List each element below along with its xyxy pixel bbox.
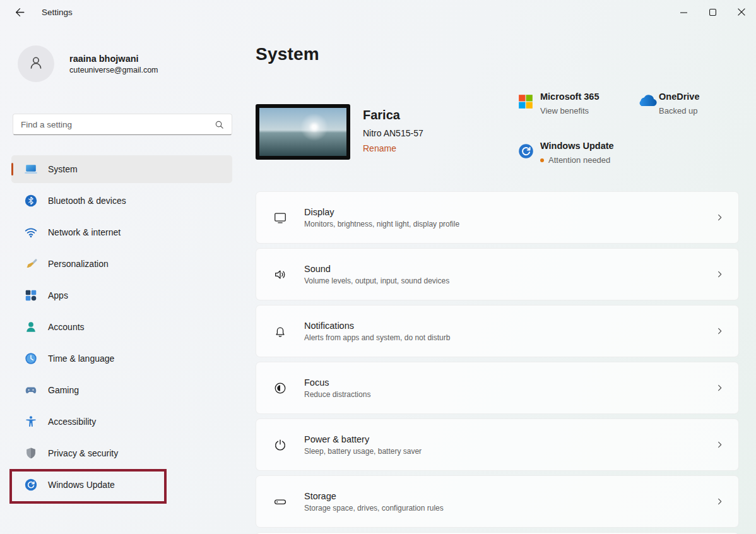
sidebar-item-accessibility[interactable]: Accessibility	[11, 408, 232, 436]
minimize-icon	[680, 8, 687, 18]
search-icon	[215, 120, 224, 129]
device-name: Farica	[363, 108, 423, 122]
window-title: Settings	[42, 8, 73, 17]
sidebar-item-label: Accounts	[48, 322, 85, 332]
sidebar-item-personalization[interactable]: Personalization	[11, 250, 232, 278]
onedrive-status: Backed up	[659, 106, 699, 116]
shield-icon	[24, 446, 38, 460]
sidebar-item-privacy-security[interactable]: Privacy & security	[11, 439, 232, 467]
onedrive-title: OneDrive	[659, 92, 699, 102]
view-benefits-link[interactable]: View benefits	[540, 106, 599, 116]
microsoft-logo-icon	[517, 92, 540, 116]
ms365-title: Microsoft 365	[540, 92, 599, 102]
chevron-right-icon	[715, 270, 724, 279]
system-icon	[24, 162, 38, 176]
search-box	[13, 114, 232, 135]
windows-update-icon	[517, 141, 540, 165]
page-title: System	[256, 44, 319, 64]
sidebar-item-label: Windows Update	[48, 480, 115, 490]
settings-row-focus[interactable]: Focus Reduce distractions	[256, 362, 739, 414]
sidebar-item-label: System	[48, 164, 78, 174]
person-icon	[27, 54, 45, 74]
display-icon	[256, 211, 304, 225]
sound-icon	[256, 268, 304, 282]
avatar	[18, 45, 54, 82]
maximize-icon	[709, 8, 716, 18]
windows-update-card[interactable]: Windows Update Attention needed	[517, 141, 614, 165]
minimize-button[interactable]	[669, 0, 698, 25]
sidebar-item-label: Apps	[48, 290, 68, 300]
brush-icon	[24, 257, 38, 271]
close-icon	[738, 8, 745, 18]
attention-dot	[540, 158, 544, 162]
onedrive-cloud-icon	[636, 92, 659, 116]
sidebar-item-label: Bluetooth & devices	[48, 196, 126, 206]
settings-row-storage[interactable]: Storage Storage space, drives, configura…	[256, 475, 739, 528]
back-button[interactable]	[9, 4, 30, 22]
rename-link[interactable]: Rename	[363, 143, 396, 153]
gamepad-icon	[24, 383, 38, 397]
sidebar-nav: System Bluetooth & devices Network & int…	[11, 155, 232, 502]
sidebar-item-label: Time & language	[48, 353, 114, 364]
titlebar: Settings	[0, 0, 756, 25]
windows-update-icon	[24, 478, 38, 492]
maximize-button[interactable]	[698, 0, 727, 25]
accessibility-icon	[24, 415, 38, 429]
search-input[interactable]	[13, 120, 215, 129]
onedrive-card[interactable]: OneDrive Backed up	[636, 92, 699, 116]
accounts-icon	[24, 320, 38, 334]
sidebar-item-label: Privacy & security	[48, 448, 118, 458]
settings-row-sound[interactable]: Sound Volume levels, output, input, soun…	[256, 248, 739, 300]
sidebar-item-apps[interactable]: Apps	[11, 282, 232, 309]
sidebar-item-label: Personalization	[48, 259, 109, 269]
sidebar-item-label: Network & internet	[48, 227, 121, 237]
user-profile[interactable]: raaina bhojwani cuteuniverse@gmail.com	[18, 45, 158, 82]
settings-list: Display Monitors, brightness, night ligh…	[256, 191, 739, 534]
chevron-right-icon	[715, 326, 724, 336]
back-arrow-icon	[15, 7, 25, 20]
settings-row-notifications[interactable]: Notifications Alerts from apps and syste…	[256, 305, 739, 357]
power-icon	[256, 438, 304, 452]
user-email: cuteuniverse@gmail.com	[69, 66, 158, 74]
sidebar-item-time-language[interactable]: Time & language	[11, 345, 232, 372]
sidebar-item-gaming[interactable]: Gaming	[11, 376, 232, 404]
wifi-icon	[24, 225, 38, 239]
settings-row-power-battery[interactable]: Power & battery Sleep, battery usage, ba…	[256, 418, 739, 471]
device-info: Farica Nitro AN515-57 Rename	[256, 104, 423, 160]
device-model: Nitro AN515-57	[363, 128, 423, 138]
device-thumbnail	[256, 104, 350, 160]
chevron-right-icon	[715, 497, 724, 506]
apps-icon	[24, 288, 38, 302]
sidebar-item-label: Accessibility	[48, 417, 96, 427]
focus-icon	[256, 381, 304, 395]
close-button[interactable]	[727, 0, 756, 25]
bell-icon	[256, 324, 304, 338]
chevron-right-icon	[715, 440, 724, 449]
bluetooth-icon	[24, 194, 38, 208]
microsoft-365-card[interactable]: Microsoft 365 View benefits	[517, 92, 599, 116]
sidebar-item-accounts[interactable]: Accounts	[11, 313, 232, 341]
update-status: Attention needed	[540, 155, 614, 165]
sidebar-item-label: Gaming	[48, 385, 79, 395]
chevron-right-icon	[715, 383, 724, 393]
sidebar-item-system[interactable]: System	[11, 155, 232, 183]
settings-window: Settings raaina bhojwani cuteuniverse@gm…	[0, 0, 756, 534]
user-name: raaina bhojwani	[69, 54, 158, 64]
update-title: Windows Update	[540, 141, 614, 151]
storage-icon	[256, 495, 304, 509]
sidebar-item-bluetooth-devices[interactable]: Bluetooth & devices	[11, 187, 232, 215]
settings-row-display[interactable]: Display Monitors, brightness, night ligh…	[256, 191, 739, 244]
chevron-right-icon	[715, 213, 724, 222]
clock-icon	[24, 352, 38, 365]
sidebar-item-network-internet[interactable]: Network & internet	[11, 218, 232, 246]
sidebar-item-windows-update[interactable]: Windows Update	[11, 471, 232, 499]
selection-indicator	[11, 163, 13, 175]
